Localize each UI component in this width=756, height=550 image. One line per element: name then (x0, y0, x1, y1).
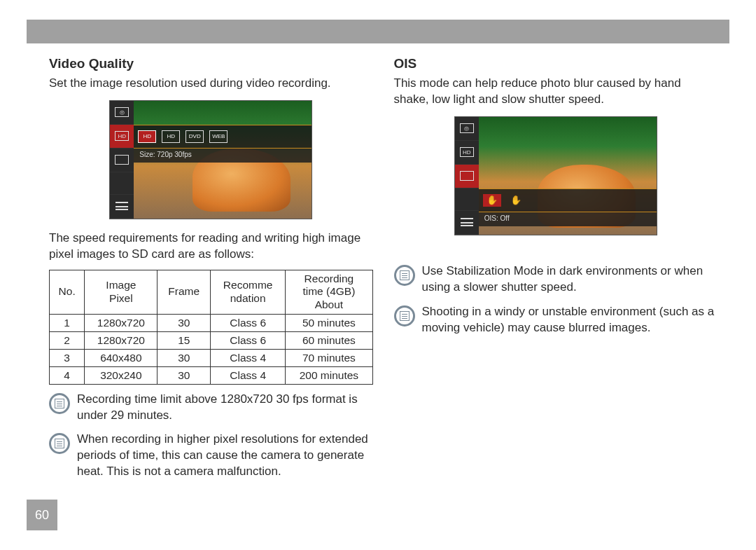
hd-icon: HD (455, 141, 479, 165)
video-quality-table: No. ImagePixel Frame Recommendation Reco… (49, 270, 373, 385)
video-quality-lead: Set the image resolution used during vid… (49, 76, 373, 92)
note-stabilization: Use Stabilization Mode in dark environme… (394, 263, 718, 296)
page-number: 60 (27, 500, 57, 530)
th-no: No. (50, 270, 85, 314)
video-size-hint: Size: 720p 30fps (134, 149, 312, 163)
pre-table-text: The speed requirements for reading and w… (49, 231, 373, 263)
note-time-limit: Recording time limit above 1280x720 30 f… (49, 392, 373, 424)
note-text: Shooting in a windy or unstable environm… (422, 304, 718, 336)
th-pixel: ImagePixel (85, 270, 158, 314)
th-recommendation: Recommendation (211, 270, 286, 314)
ois-lead: This mode can help reduce photo blur cau… (394, 76, 718, 108)
note-windy: Shooting in a windy or unstable environm… (394, 304, 718, 336)
note-heat: When recording in higher pixel resolutio… (49, 432, 373, 480)
left-column: Video Quality Set the image resolution u… (49, 56, 373, 529)
ois-screenshot: ◎ HD OIS: Off (454, 116, 657, 235)
ois-heading: OIS (394, 56, 718, 71)
note-icon (394, 305, 415, 326)
option-hd-selected: HD (138, 130, 156, 143)
camera-mode-icon: ◎ (110, 101, 134, 125)
header-bar (27, 20, 729, 43)
ois-options-row (479, 188, 657, 212)
table-body: 11280x72030Class 650 minutes 21280x72015… (50, 314, 373, 384)
ois-off-icon (455, 165, 479, 188)
left-sidebar-icons: ◎ HD (455, 117, 479, 235)
th-frame: Frame (158, 270, 211, 314)
video-quality-screenshot: ◎ HD HD HD DVD WEB Size: 720p 30fps (109, 100, 312, 219)
note-text: Use Stabilization Mode in dark environme… (422, 263, 718, 296)
menu-icon (110, 195, 134, 219)
option-ois-off-selected (483, 194, 501, 207)
page-content: Video Quality Set the image resolution u… (49, 56, 718, 529)
ois-off-icon (110, 149, 134, 172)
camera-mode-icon: ◎ (455, 117, 479, 141)
note-icon (49, 393, 70, 414)
th-recording-time: Recordingtime (4GB)About (286, 270, 372, 314)
ois-hint: OIS: Off (479, 212, 657, 226)
video-size-options-row: HD HD DVD WEB (134, 125, 312, 149)
option-ois-on (507, 194, 525, 207)
option-hd: HD (162, 130, 180, 143)
note-icon (49, 433, 70, 454)
option-web: WEB (209, 130, 227, 143)
option-dvd: DVD (186, 130, 204, 143)
note-icon (394, 265, 415, 286)
note-text: When recording in higher pixel resolutio… (77, 432, 373, 480)
table-row: 3640x48030Class 470 minutes (50, 349, 373, 366)
hd-icon: HD (110, 125, 134, 149)
left-sidebar-icons: ◎ HD (110, 101, 134, 219)
right-column: OIS This mode can help reduce photo blur… (394, 56, 718, 529)
menu-icon (455, 211, 479, 235)
table-row: 21280x72015Class 660 minutes (50, 331, 373, 349)
table-row: 11280x72030Class 650 minutes (50, 314, 373, 331)
table-row: 4320x24030Class 4200 minutes (50, 366, 373, 384)
note-text: Recording time limit above 1280x720 30 f… (77, 392, 373, 424)
table-header-row: No. ImagePixel Frame Recommendation Reco… (50, 270, 373, 314)
video-quality-heading: Video Quality (49, 56, 373, 71)
